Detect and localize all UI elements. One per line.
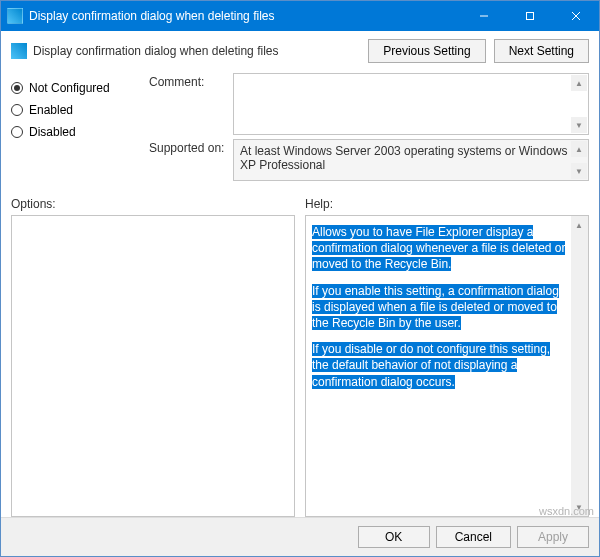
radio-icon: [11, 104, 23, 116]
titlebar: Display confirmation dialog when deletin…: [1, 1, 599, 31]
help-paragraph-1: Allows you to have File Explorer display…: [312, 225, 565, 271]
svg-rect-1: [527, 13, 534, 20]
window-controls: [461, 1, 599, 31]
comment-label: Comment:: [149, 73, 233, 89]
radio-disabled[interactable]: Disabled: [11, 121, 139, 143]
content-area: Display confirmation dialog when deletin…: [1, 31, 599, 517]
apply-button[interactable]: Apply: [517, 526, 589, 548]
radio-label: Enabled: [29, 103, 73, 117]
options-label: Options:: [11, 197, 295, 211]
fields-column: Comment: ▲ ▼ Supported on: At least Wind…: [149, 73, 589, 185]
options-column: Options:: [11, 197, 295, 517]
maximize-button[interactable]: [507, 1, 553, 31]
help-paragraph-3: If you disable or do not configure this …: [312, 342, 550, 388]
comment-input[interactable]: ▲ ▼: [233, 73, 589, 135]
help-column: Help: Allows you to have File Explorer d…: [305, 197, 589, 517]
close-button[interactable]: [553, 1, 599, 31]
options-panel: [11, 215, 295, 517]
previous-setting-button[interactable]: Previous Setting: [368, 39, 485, 63]
scroll-up-icon[interactable]: ▲: [571, 75, 587, 91]
window-title: Display confirmation dialog when deletin…: [29, 9, 461, 23]
policy-editor-window: Display confirmation dialog when deletin…: [0, 0, 600, 557]
settings-row: Not Configured Enabled Disabled Comment:…: [11, 73, 589, 185]
policy-icon: [11, 43, 27, 59]
ok-button[interactable]: OK: [358, 526, 430, 548]
button-bar: OK Cancel Apply: [1, 517, 599, 556]
scroll-up-icon[interactable]: ▲: [571, 217, 587, 233]
comment-row: Comment: ▲ ▼: [149, 73, 589, 135]
supported-row: Supported on: At least Windows Server 20…: [149, 139, 589, 181]
radio-label: Not Configured: [29, 81, 110, 95]
supported-box: At least Windows Server 2003 operating s…: [233, 139, 589, 181]
radio-icon: [11, 82, 23, 94]
help-panel[interactable]: Allows you to have File Explorer display…: [305, 215, 589, 517]
radio-enabled[interactable]: Enabled: [11, 99, 139, 121]
radio-label: Disabled: [29, 125, 76, 139]
scroll-down-icon[interactable]: ▼: [571, 117, 587, 133]
radio-icon: [11, 126, 23, 138]
cancel-button[interactable]: Cancel: [436, 526, 511, 548]
state-radio-group: Not Configured Enabled Disabled: [11, 73, 139, 185]
radio-not-configured[interactable]: Not Configured: [11, 77, 139, 99]
header-row: Display confirmation dialog when deletin…: [11, 39, 589, 63]
next-setting-button[interactable]: Next Setting: [494, 39, 589, 63]
scroll-down-icon[interactable]: ▼: [571, 499, 587, 515]
help-paragraph-2: If you enable this setting, a confirmati…: [312, 284, 559, 330]
app-icon: [7, 8, 23, 24]
minimize-button[interactable]: [461, 1, 507, 31]
lower-panels: Options: Help: Allows you to have File E…: [11, 197, 589, 517]
policy-title: Display confirmation dialog when deletin…: [33, 44, 360, 58]
supported-value: At least Windows Server 2003 operating s…: [240, 144, 567, 172]
help-label: Help:: [305, 197, 589, 211]
scroll-down-icon[interactable]: ▼: [571, 163, 587, 179]
help-text[interactable]: Allows you to have File Explorer display…: [306, 216, 588, 408]
scroll-up-icon[interactable]: ▲: [571, 141, 587, 157]
supported-label: Supported on:: [149, 139, 233, 155]
help-scrollbar[interactable]: ▲ ▼: [571, 216, 588, 516]
